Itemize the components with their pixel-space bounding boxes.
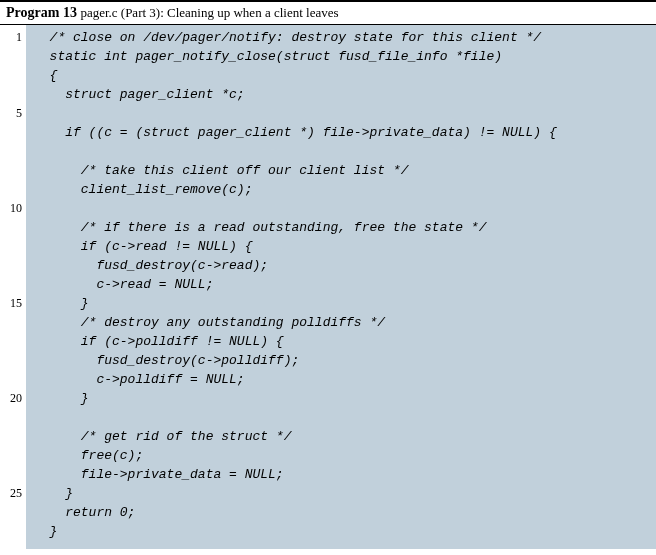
line-number [0,218,22,237]
line-number-gutter: 1 5 10 15 20 25 [0,25,26,549]
line-number [0,427,22,446]
line-number [0,161,22,180]
line-number [0,123,22,142]
line-number: 1 [0,28,22,47]
line-number: 20 [0,389,22,408]
line-number [0,408,22,427]
line-number: 15 [0,294,22,313]
line-number [0,85,22,104]
line-number: 25 [0,484,22,503]
program-header: Program 13 pager.c (Part 3): Cleaning up… [0,2,656,25]
line-number [0,446,22,465]
line-number: 10 [0,199,22,218]
line-number [0,256,22,275]
program-label: Program 13 [6,5,77,20]
line-number [0,370,22,389]
line-number [0,503,22,522]
code-block: /* close on /dev/pager/notify: destroy s… [26,25,656,549]
line-number [0,47,22,66]
line-number [0,142,22,161]
line-number [0,465,22,484]
line-number [0,275,22,294]
program-filename: pager.c (Part 3) [80,5,160,20]
line-number [0,522,22,541]
line-number: 5 [0,104,22,123]
line-number [0,313,22,332]
program-listing: Program 13 pager.c (Part 3): Cleaning up… [0,0,656,555]
line-number [0,180,22,199]
line-number [0,332,22,351]
program-caption: : Cleaning up when a client leaves [160,5,338,20]
code-area: 1 5 10 15 20 25 /* close on /dev/pager/n… [0,25,656,549]
line-number [0,237,22,256]
line-number [0,351,22,370]
bottom-spacer [0,549,656,555]
line-number [0,66,22,85]
